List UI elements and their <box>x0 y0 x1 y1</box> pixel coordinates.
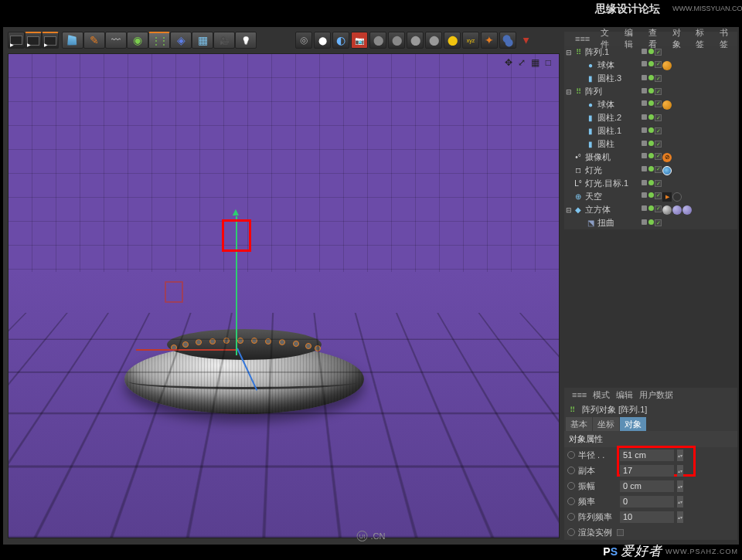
enable-checkbox[interactable]: ✓ <box>655 114 662 121</box>
material-sphere1-button[interactable] <box>369 32 386 49</box>
attribute-tab[interactable]: 坐标 <box>593 417 619 431</box>
attr-menu-grip[interactable]: ≡≡≡ <box>572 390 587 399</box>
spinner-icon[interactable]: ▴▾ <box>677 465 683 477</box>
material-sphere4-button[interactable] <box>425 32 442 49</box>
object-row[interactable]: ▮圆柱.3✓ <box>564 72 737 85</box>
camera-button[interactable] <box>213 32 235 49</box>
material-tag-icon[interactable] <box>662 100 672 110</box>
obj-menu-grip[interactable]: ≡≡≡ <box>570 34 594 43</box>
field-input[interactable] <box>620 465 674 477</box>
attr-menu-mode[interactable]: 模式 <box>593 389 610 401</box>
visibility-dots[interactable] <box>642 114 654 121</box>
spinner-icon[interactable]: ▴▾ <box>677 450 683 461</box>
visibility-dots[interactable] <box>642 219 654 226</box>
visibility-dots[interactable] <box>642 88 654 95</box>
render-region-button[interactable] <box>332 32 349 49</box>
object-row[interactable]: ⊟◆立方体✓ <box>564 203 737 216</box>
object-tree[interactable]: ⊟⠿阵列.1✓●球体✓▮圆柱.3✓⊟⠿阵列✓●球体✓▮圆柱.2✓▮圆柱.1✓▮圆… <box>564 46 737 229</box>
floor-button[interactable] <box>192 32 213 49</box>
expand-icon[interactable]: ⊟ <box>566 49 574 56</box>
attribute-tab[interactable]: 基本 <box>566 417 592 431</box>
enable-checkbox[interactable]: ✓ <box>655 49 662 56</box>
disable-tag-icon[interactable]: ⊘ <box>662 153 672 162</box>
dynamics-button[interactable] <box>499 32 516 49</box>
field-input[interactable] <box>620 496 674 507</box>
attribute-field-render-instance[interactable]: 渲染实例 <box>564 524 737 540</box>
deformer-button[interactable] <box>170 32 192 49</box>
visibility-dots[interactable] <box>642 205 654 215</box>
anim-button[interactable] <box>42 32 59 49</box>
dropdown-indicator[interactable] <box>518 32 535 49</box>
visibility-dots[interactable] <box>642 141 654 148</box>
light-button[interactable] <box>235 32 257 49</box>
anim-tag-icon[interactable]: ▶ <box>662 192 672 202</box>
object-row[interactable]: ⊟⠿阵列.1✓ <box>564 46 737 59</box>
nurbs-button[interactable] <box>127 32 148 49</box>
viewport-perspective[interactable]: ✥ ⤢ ▦ □ <box>8 53 560 538</box>
object-row[interactable]: ▮圆柱✓ <box>564 137 737 151</box>
object-row[interactable]: ⊟⠿阵列✓ <box>564 85 737 98</box>
array-button[interactable] <box>148 32 170 49</box>
enable-checkbox[interactable]: ✓ <box>655 141 662 148</box>
expand-icon[interactable]: ⊟ <box>566 206 574 214</box>
axis-x-gizmo[interactable] <box>136 349 237 351</box>
target-tag-icon[interactable] <box>662 166 672 175</box>
enable-checkbox[interactable]: ✓ <box>655 180 662 187</box>
object-row[interactable]: ▮圆柱.1✓ <box>564 124 737 137</box>
object-row[interactable]: ▮圆柱.2✓ <box>564 111 737 124</box>
visibility-dots[interactable] <box>642 192 654 202</box>
ufo-model[interactable] <box>124 329 364 422</box>
checkbox[interactable] <box>617 529 624 536</box>
enable-checkbox[interactable]: ✓ <box>655 127 662 134</box>
undo-button[interactable] <box>8 32 25 49</box>
enable-checkbox[interactable]: ✓ <box>655 192 662 199</box>
enable-checkbox[interactable]: ✓ <box>655 88 662 95</box>
attr-menu-edit[interactable]: 编辑 <box>616 389 633 401</box>
pen-tool-button[interactable] <box>83 32 105 49</box>
gizmo-plane[interactable] <box>165 281 183 303</box>
attribute-tab[interactable]: 对象 <box>620 417 646 431</box>
field-input[interactable] <box>620 511 674 523</box>
enable-checkbox[interactable]: ✓ <box>655 205 662 212</box>
render-settings-button[interactable] <box>351 32 368 49</box>
expand-icon[interactable]: ⊟ <box>566 88 574 96</box>
enable-checkbox[interactable]: ✓ <box>655 61 662 68</box>
field-input[interactable] <box>620 450 674 461</box>
material-sphere3-button[interactable] <box>407 32 424 49</box>
spline-tool-button[interactable] <box>105 32 127 49</box>
object-row[interactable]: •°摄像机✓⊘ <box>564 151 737 164</box>
material-tag-icon[interactable] <box>662 61 672 70</box>
visibility-dots[interactable] <box>642 100 654 110</box>
object-row[interactable]: ●球体✓ <box>564 59 737 72</box>
render-view-button[interactable] <box>314 32 331 49</box>
material-tag-icon[interactable] <box>662 205 672 215</box>
object-row[interactable]: □灯光✓ <box>564 164 737 177</box>
visibility-dots[interactable] <box>642 49 654 56</box>
snap-button[interactable] <box>481 32 498 49</box>
object-row[interactable]: ●球体✓ <box>564 98 737 111</box>
enable-checkbox[interactable]: ✓ <box>655 166 662 173</box>
enable-checkbox[interactable]: ✓ <box>655 100 662 107</box>
render-target-button[interactable] <box>295 32 312 49</box>
visibility-dots[interactable] <box>642 75 654 82</box>
spinner-icon[interactable]: ▴▾ <box>677 511 683 523</box>
material-tag-icon[interactable] <box>672 205 682 215</box>
visibility-dots[interactable] <box>642 166 654 175</box>
visibility-dots[interactable] <box>642 61 654 70</box>
attr-menu-userdata[interactable]: 用户数据 <box>639 389 673 401</box>
spinner-icon[interactable]: ▴▾ <box>677 496 683 507</box>
cube-primitive-button[interactable] <box>62 32 83 49</box>
object-row[interactable]: ⬔扭曲✓ <box>564 216 737 229</box>
visibility-dots[interactable] <box>642 127 654 134</box>
coord-button[interactable] <box>444 32 461 49</box>
object-row[interactable]: L°灯光.目标.1✓ <box>564 177 737 190</box>
visibility-dots[interactable] <box>642 180 654 187</box>
material-sphere2-button[interactable] <box>388 32 405 49</box>
enable-checkbox[interactable]: ✓ <box>655 75 662 82</box>
spinner-icon[interactable]: ▴▾ <box>677 480 683 492</box>
redo-button[interactable] <box>25 32 42 49</box>
enable-checkbox[interactable]: ✓ <box>655 219 662 226</box>
enable-checkbox[interactable]: ✓ <box>655 153 662 160</box>
object-row[interactable]: ⊕天空✓▶ <box>564 190 737 203</box>
visibility-dots[interactable] <box>642 153 654 162</box>
